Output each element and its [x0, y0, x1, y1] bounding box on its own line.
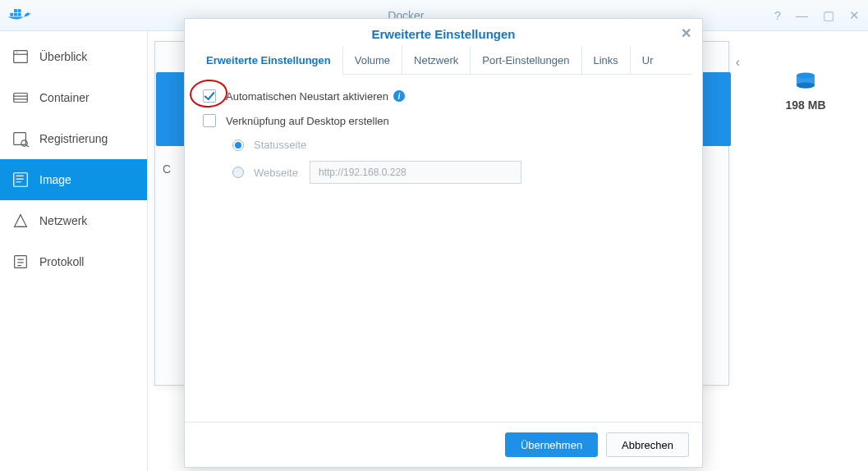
- sidebar-item-label: Protokoll: [39, 255, 84, 268]
- sidebar-item-label: Registrierung: [39, 132, 108, 145]
- modal-tabs: Erweiterte Einstellungen Volume Netzwerk…: [195, 46, 692, 75]
- sidebar-item-network[interactable]: Netzwerk: [0, 200, 147, 241]
- svg-rect-3: [14, 9, 17, 12]
- window-controls: ? — ▢ ✕: [774, 8, 860, 23]
- auto-restart-label: Automatischen Neustart aktivieren: [226, 90, 388, 103]
- auto-restart-checkbox[interactable]: [203, 89, 216, 103]
- svg-point-12: [21, 140, 27, 146]
- modal-title-text: Erweiterte Einstellungen: [371, 27, 515, 41]
- modal-title: Erweiterte Einstellungen ✕: [185, 19, 702, 46]
- sidebar-item-image[interactable]: Image: [0, 159, 147, 200]
- help-button[interactable]: ?: [774, 8, 781, 23]
- sidebar-item-label: Netzwerk: [39, 214, 87, 227]
- svg-rect-5: [14, 51, 28, 63]
- tab-links[interactable]: Links: [582, 46, 631, 74]
- svg-rect-8: [14, 94, 28, 103]
- tab-truncated[interactable]: Ur: [631, 46, 665, 74]
- maximize-button[interactable]: ▢: [823, 8, 834, 23]
- svg-rect-1: [14, 12, 17, 16]
- svg-rect-0: [10, 12, 13, 16]
- row-desktop-shortcut: Verknüpfung auf Desktop erstellen: [203, 114, 684, 127]
- registry-icon: [11, 130, 30, 148]
- sidebar-item-label: Überblick: [39, 50, 87, 63]
- radio-website-label: Webseite: [254, 167, 298, 179]
- truncated-label: C: [163, 162, 171, 176]
- docker-icon: [8, 7, 31, 25]
- radio-status-label: Statusseite: [254, 139, 306, 151]
- apply-button[interactable]: Übernehmen: [505, 432, 598, 457]
- svg-rect-4: [18, 9, 21, 12]
- chevron-left-icon: ‹: [736, 55, 740, 70]
- sidebar-item-protocol[interactable]: Protokoll: [0, 241, 147, 282]
- svg-line-13: [26, 145, 29, 147]
- close-icon[interactable]: ✕: [679, 25, 692, 39]
- image-icon: [11, 171, 30, 189]
- minimize-button[interactable]: —: [796, 8, 808, 23]
- sidebar-item-registry[interactable]: Registrierung: [0, 118, 147, 159]
- sidebar-item-overview[interactable]: Überblick: [0, 36, 147, 77]
- tab-network[interactable]: Netzwerk: [402, 46, 471, 74]
- close-window-button[interactable]: ✕: [849, 8, 860, 23]
- protocol-icon: [11, 253, 30, 271]
- advanced-settings-modal: Erweiterte Einstellungen ✕ Erweiterte Ei…: [184, 18, 703, 468]
- radio-row-status: Statusseite: [232, 139, 684, 151]
- svg-rect-2: [18, 12, 21, 16]
- modal-body: Automatischen Neustart aktivieren i Verk…: [185, 75, 702, 422]
- radio-row-website: Webseite: [232, 161, 684, 184]
- radio-website[interactable]: [232, 167, 244, 178]
- disk-icon: [748, 72, 863, 95]
- storage-indicator: 198 MB: [748, 72, 863, 112]
- svg-rect-11: [14, 133, 26, 145]
- tab-volume[interactable]: Volume: [343, 46, 402, 74]
- storage-value: 198 MB: [748, 98, 863, 112]
- container-icon: [11, 89, 30, 107]
- sidebar-item-container[interactable]: Container: [0, 77, 147, 118]
- overview-icon: [11, 48, 30, 66]
- desktop-shortcut-checkbox[interactable]: [203, 114, 216, 127]
- tab-ports[interactable]: Port-Einstellungen: [471, 46, 581, 74]
- network-icon: [11, 212, 30, 230]
- tab-advanced[interactable]: Erweiterte Einstellungen: [195, 46, 343, 74]
- shortcut-type-group: Statusseite Webseite: [232, 139, 684, 184]
- info-icon[interactable]: i: [393, 90, 405, 102]
- sidebar-item-label: Image: [39, 173, 71, 186]
- svg-rect-14: [14, 173, 28, 187]
- sidebar: Überblick Container Registrierung Image …: [0, 31, 148, 471]
- row-auto-restart: Automatischen Neustart aktivieren i: [203, 89, 684, 103]
- radio-status[interactable]: [232, 139, 244, 151]
- cancel-button[interactable]: Abbrechen: [606, 432, 689, 457]
- svg-point-21: [797, 83, 815, 89]
- modal-footer: Übernehmen Abbrechen: [185, 422, 702, 467]
- sidebar-item-label: Container: [39, 91, 90, 104]
- website-url-input[interactable]: [310, 161, 521, 184]
- desktop-shortcut-label: Verknüpfung auf Desktop erstellen: [226, 115, 389, 127]
